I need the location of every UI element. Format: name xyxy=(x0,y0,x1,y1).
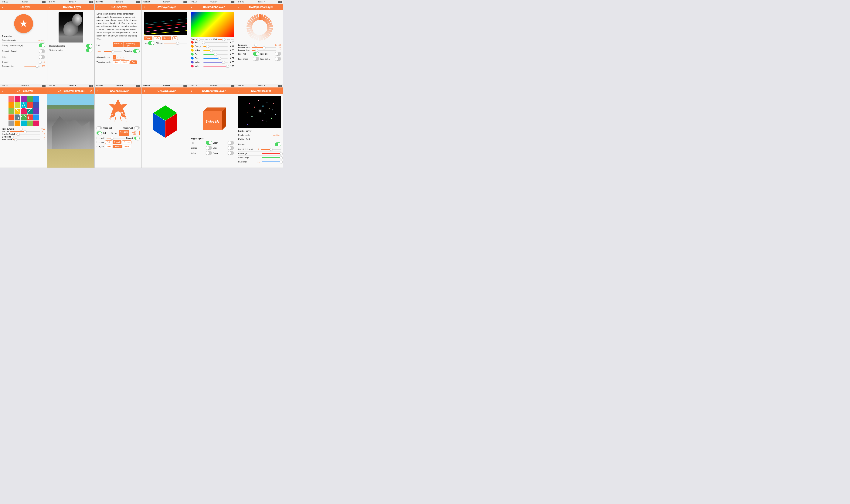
red-alpha-toggle[interactable] xyxy=(206,141,212,145)
render-mode-label: Render mode xyxy=(238,134,273,136)
yellow-alpha-toggle[interactable] xyxy=(206,151,212,155)
hidden-row: Hidden xyxy=(2,54,45,60)
blue-alpha-toggle[interactable] xyxy=(228,146,234,150)
back-arrow-icon[interactable]: ‹ xyxy=(191,89,192,93)
zoom-scale-slider[interactable] xyxy=(13,139,40,140)
instance-delay-slider[interactable] xyxy=(252,50,276,51)
pause-btn[interactable]: Pause xyxy=(144,36,152,40)
font-noteworthy-btn[interactable]: Noteworthy Light xyxy=(124,42,140,47)
green-slider[interactable] xyxy=(203,54,228,55)
yellow-slider[interactable] xyxy=(203,50,228,51)
back-arrow-icon[interactable]: ‹ xyxy=(144,5,145,9)
back-arrow-icon[interactable]: ‹ xyxy=(238,5,239,9)
enabled-toggle[interactable] xyxy=(275,142,281,146)
instance-delay-label: Instance delay xyxy=(238,49,251,51)
non-zero-btn[interactable]: Non-zero xyxy=(119,130,129,136)
back-arrow-icon[interactable]: ‹ xyxy=(96,5,98,9)
fill-toggle[interactable] xyxy=(96,131,102,134)
back-arrow-icon[interactable]: ‹ xyxy=(191,5,192,9)
fade-alpha-toggle[interactable] xyxy=(275,57,281,61)
align-center-btn[interactable]: ≡ xyxy=(116,55,119,59)
fade-duration-slider[interactable] xyxy=(15,129,40,129)
purple-alpha-toggle[interactable] xyxy=(228,151,234,155)
levels-detail-slider[interactable] xyxy=(16,134,40,134)
fade-green-toggle[interactable] xyxy=(253,57,259,61)
back-arrow-icon[interactable]: ‹ xyxy=(2,5,3,9)
round-cap-btn[interactable]: Round xyxy=(113,140,122,144)
horizontal-scroll-toggle[interactable] xyxy=(86,44,92,48)
square-cap-btn[interactable]: Square xyxy=(122,140,131,144)
orange-slider[interactable] xyxy=(203,46,228,47)
normal-speed-btn[interactable]: Normal xyxy=(162,36,171,40)
hidden-toggle[interactable] xyxy=(39,55,45,59)
wrap-text-toggle[interactable] xyxy=(133,49,140,53)
truncation-start-btn[interactable]: Start xyxy=(113,60,120,64)
blue-range-label: Blue range xyxy=(238,161,257,163)
back-arrow-icon[interactable]: ‹ xyxy=(96,89,98,93)
layer-size-slider[interactable] xyxy=(248,45,273,45)
orange-alpha-toggle[interactable] xyxy=(206,146,212,150)
blue-range-slider[interactable] xyxy=(262,162,281,162)
align-right-btn[interactable]: ≡ xyxy=(119,55,122,59)
blue-label: Blue xyxy=(195,57,202,59)
miter-join-btn[interactable]: Miter xyxy=(105,145,113,148)
instance-count-slider[interactable] xyxy=(252,48,276,48)
bevel-join-btn[interactable]: Bevel xyxy=(123,145,131,148)
half-speed-btn[interactable]: 1/2x xyxy=(153,36,161,40)
status-bar-transform: 6:49 AM Carrier ▾ ▓▓▓ xyxy=(189,84,236,88)
fade-blue-toggle[interactable] xyxy=(275,52,281,56)
green-alpha-toggle[interactable] xyxy=(228,141,234,145)
line-width-slider[interactable] xyxy=(107,138,125,139)
detail-bias-label: Detail bias xyxy=(2,136,11,138)
battery-icon: ▓▓▓ xyxy=(136,85,140,87)
catextlayer-title: CATextLayer xyxy=(99,5,140,8)
loop-toggle[interactable] xyxy=(148,41,154,45)
detail-bias-slider[interactable] xyxy=(12,137,40,137)
align-left-btn[interactable]: ≡ xyxy=(113,55,116,59)
color-brightness-slider[interactable] xyxy=(261,149,281,150)
status-carrier: Carrier ▾ xyxy=(211,85,217,87)
back-arrow-icon[interactable]: ‹ xyxy=(144,89,145,93)
start-slider[interactable] xyxy=(196,39,204,40)
display-contents-toggle[interactable] xyxy=(39,43,45,47)
violet-slider[interactable] xyxy=(203,66,228,67)
close-path-toggle[interactable] xyxy=(96,126,102,129)
geometry-flipped-toggle[interactable] xyxy=(39,49,45,53)
fade-red-toggle[interactable] xyxy=(253,52,259,56)
battery-icon: ▓▓▓ xyxy=(278,85,282,87)
avplayerlayer-panel: 6:52 AM Carrier ▾ ▓▓▓ ‹ AVPlayerLayer Pa… xyxy=(142,0,189,84)
green-range-slider[interactable] xyxy=(262,157,281,158)
align-justify-btn[interactable]: ≡ xyxy=(122,55,125,59)
back-arrow-icon[interactable]: ‹ xyxy=(238,89,239,93)
color-hue-toggle[interactable] xyxy=(134,126,140,129)
catiledlayer-content: Fade duration 0.25 Tile size 100 Levels … xyxy=(0,94,47,167)
render-mode-row[interactable]: Render mode additive › xyxy=(238,133,281,137)
contents-gravity-row[interactable]: Contents gravity center › xyxy=(2,38,45,42)
vertical-scroll-toggle[interactable] xyxy=(86,48,92,52)
back-arrow-icon[interactable]: ‹ xyxy=(2,89,3,93)
truncation-middle-btn[interactable]: Middle xyxy=(121,60,130,64)
double-speed-btn[interactable]: 2x xyxy=(173,36,178,40)
truncation-end-btn[interactable]: End xyxy=(130,60,137,64)
blue-slider[interactable] xyxy=(203,58,228,58)
close-icon[interactable]: ✕ xyxy=(90,89,92,92)
truncation-label: Truncation mode xyxy=(96,61,112,63)
svg-marker-30 xyxy=(15,103,32,119)
back-arrow-icon[interactable]: ‹ xyxy=(49,89,51,93)
font-helvetica-btn[interactable]: Helvetica xyxy=(113,42,124,47)
opacity-slider[interactable] xyxy=(24,62,40,62)
tile-size-slider[interactable] xyxy=(10,131,40,132)
round-join-btn[interactable]: Round xyxy=(113,145,122,148)
dashed-toggle[interactable] xyxy=(134,137,140,140)
indigo-slider[interactable] xyxy=(203,62,228,62)
end-slider[interactable] xyxy=(218,39,226,40)
red-range-slider[interactable] xyxy=(262,153,281,154)
red-slider[interactable] xyxy=(203,42,228,43)
even-odd-btn[interactable]: Even-odd xyxy=(129,130,139,136)
volume-slider[interactable] xyxy=(164,43,187,43)
svg-rect-15 xyxy=(259,35,261,41)
butt-cap-btn[interactable]: Butt xyxy=(105,140,112,144)
corner-radius-slider[interactable] xyxy=(24,66,40,67)
back-arrow-icon[interactable]: ‹ xyxy=(49,5,51,9)
font-size-slider[interactable] xyxy=(104,51,122,52)
